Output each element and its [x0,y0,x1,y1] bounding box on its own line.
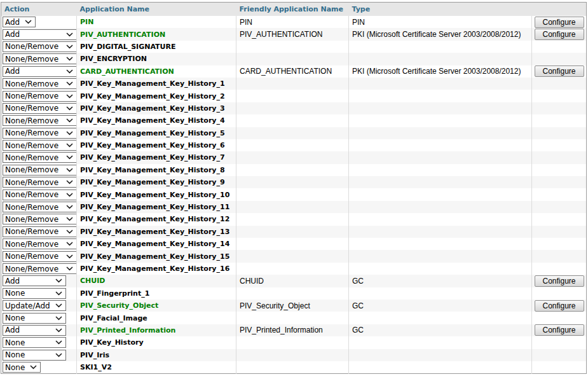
table-row: None/Remove PIV_Key_Management_Key_Histo… [1,263,587,275]
action-select[interactable]: None [3,350,66,361]
table-row: None/Remove PIV_Key_Management_Key_Histo… [1,238,587,250]
configure-cell [532,90,587,102]
action-select[interactable]: Add [3,325,66,336]
action-select[interactable]: None [3,313,66,324]
action-select[interactable]: None/Remove [3,128,77,139]
friendly-application-name [236,287,349,300]
type-value [349,201,532,213]
type-value [349,127,532,139]
friendly-application-name [236,102,349,114]
chevron-down-icon [66,230,73,234]
chevron-down-icon [66,45,73,49]
configure-button[interactable]: Configure [535,17,584,28]
action-select-value: None/Remove [5,203,58,212]
configure-cell [532,336,587,348]
action-select[interactable]: None/Remove [3,202,77,212]
action-select[interactable]: None/Remove [3,177,77,188]
table-row: None/Remove PIV_DIGITAL_SIGNATURE [1,41,587,53]
application-name: PIV_Key_Management_Key_History_15 [80,252,229,261]
configure-button[interactable]: Configure [535,324,584,336]
action-select[interactable]: None/Remove [3,226,77,237]
type-value [349,263,532,275]
configure-button[interactable]: Configure [535,65,584,77]
column-header-type: Type [349,3,532,17]
friendly-application-name: PIV_Printed_Information [236,324,349,336]
action-select[interactable]: None/Remove [3,214,77,224]
action-select[interactable]: None/Remove [3,103,77,114]
application-name: PIV_Printed_Information [80,326,175,334]
action-select[interactable]: None/Remove [3,115,77,126]
table-row: None PIV_Iris [1,349,587,361]
application-name: CHUID [80,277,105,285]
friendly-application-name [236,349,349,361]
chevron-down-icon [55,291,62,296]
friendly-application-name [236,41,349,53]
action-select[interactable]: None/Remove [3,78,77,89]
action-select[interactable]: None/Remove [3,91,77,102]
action-select-value: Add [5,18,20,27]
table-row: None/Remove PIV_Key_Management_Key_Histo… [1,188,587,200]
chevron-down-icon [25,20,32,24]
action-select[interactable]: Add [3,66,77,77]
chevron-down-icon [66,69,73,74]
action-select[interactable]: Add [3,17,36,27]
type-value [349,250,532,262]
chevron-down-icon [66,118,73,123]
chevron-down-icon [66,254,73,259]
configure-button[interactable]: Configure [535,29,584,40]
table-row: Add CHUID CHUID GC Configure [1,275,587,287]
friendly-application-name [236,201,349,213]
table-row: Add PIN PIN PIN Configure [1,16,587,28]
action-select[interactable]: None/Remove [3,140,77,151]
table-row: None/Remove PIV_Key_Management_Key_Histo… [1,213,587,225]
type-value [349,349,532,361]
application-name: PIV_Key_Management_Key_History_5 [80,129,225,137]
applications-table: Action Application Name Friendly Applica… [1,2,587,374]
action-select[interactable]: None/Remove [3,41,77,52]
action-select[interactable]: None/Remove [3,190,77,200]
friendly-application-name: PIV_AUTHENTICATION [236,28,349,40]
friendly-application-name [236,78,349,90]
action-select-value: None/Remove [5,227,58,236]
configure-cell [532,151,587,163]
friendly-application-name [236,176,349,188]
chevron-down-icon [66,217,73,221]
type-value [349,312,532,324]
chevron-down-icon [55,316,62,320]
table-row: Add CARD_AUTHENTICATION CARD_AUTHENTICAT… [1,65,587,78]
page: Action Application Name Friendly Applica… [0,0,588,374]
action-select[interactable]: None/Remove [3,263,77,274]
type-value [349,336,532,348]
friendly-application-name [236,139,349,151]
friendly-application-name: CARD_AUTHENTICATION [236,65,349,78]
table-row: None SKI1_V2 [1,361,587,374]
application-name: PIV_DIGITAL_SIGNATURE [80,43,176,51]
action-select[interactable]: None/Remove [3,238,77,249]
configure-cell [532,139,587,151]
action-select[interactable]: Add [3,29,77,40]
action-select-value: None/Remove [5,42,58,51]
table-row: None/Remove PIV_Key_Management_Key_Histo… [1,90,587,102]
configure-button[interactable]: Configure [535,300,584,312]
action-select[interactable]: None [3,362,41,373]
friendly-application-name [236,127,349,139]
action-select-value: None/Remove [5,141,58,150]
friendly-application-name [236,226,349,238]
application-name: PIV_Facial_Image [80,314,147,322]
action-select[interactable]: None/Remove [3,165,77,176]
action-select[interactable]: None [3,337,66,348]
chevron-down-icon [55,353,62,357]
action-select[interactable]: None [3,288,66,299]
type-value: PKI (Microsoft Certificate Server 2003/2… [349,28,532,40]
action-select[interactable]: None/Remove [3,251,77,262]
friendly-application-name: CHUID [236,275,349,287]
action-select[interactable]: Update/Add [3,300,66,311]
action-select[interactable]: None/Remove [3,53,77,64]
action-select[interactable]: None/Remove [3,152,77,163]
action-select[interactable]: Add [3,275,66,286]
type-value [349,238,532,250]
column-header-configure [532,3,587,17]
configure-button[interactable]: Configure [535,275,584,287]
type-value: PIN [349,16,532,28]
action-select-value: None/Remove [5,116,58,125]
